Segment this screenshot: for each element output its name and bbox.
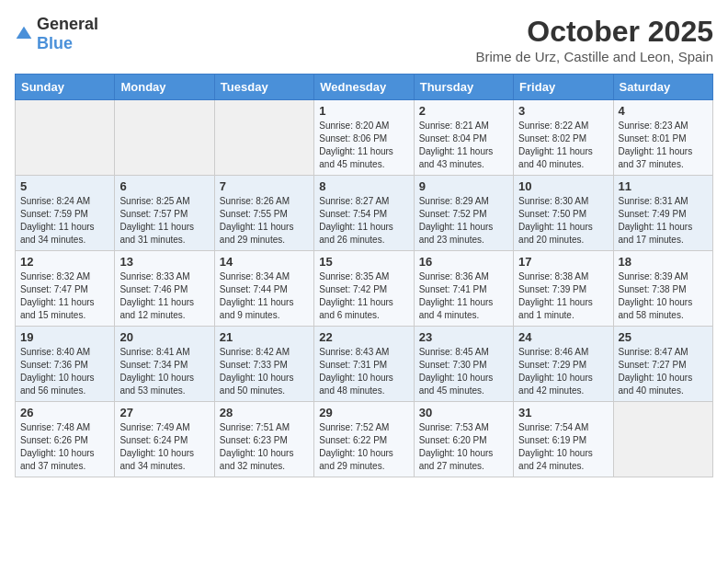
day-info: Sunrise: 8:21 AM Sunset: 8:04 PM Dayligh… <box>419 120 508 171</box>
day-info: Sunrise: 7:53 AM Sunset: 6:20 PM Dayligh… <box>419 421 508 473</box>
day-info: Sunrise: 7:49 AM Sunset: 6:24 PM Dayligh… <box>119 421 209 473</box>
weekday-header-friday: Friday <box>514 75 613 100</box>
day-info: Sunrise: 8:41 AM Sunset: 7:34 PM Dayligh… <box>119 346 209 397</box>
day-info: Sunrise: 8:40 AM Sunset: 7:36 PM Dayligh… <box>20 346 109 397</box>
calendar-week-2: 5Sunrise: 8:24 AM Sunset: 7:59 PM Daylig… <box>16 176 713 251</box>
calendar-table: SundayMondayTuesdayWednesdayThursdayFrid… <box>15 74 713 477</box>
day-number: 12 <box>20 255 109 269</box>
day-number: 5 <box>20 179 109 193</box>
calendar-week-3: 12Sunrise: 8:32 AM Sunset: 7:47 PM Dayli… <box>16 251 713 327</box>
weekday-header-tuesday: Tuesday <box>214 75 313 100</box>
calendar-cell: 4Sunrise: 8:23 AM Sunset: 8:01 PM Daylig… <box>613 100 712 176</box>
header: General Blue October 2025 Brime de Urz, … <box>15 15 713 64</box>
day-number: 13 <box>119 255 209 269</box>
day-number: 28 <box>220 406 309 419</box>
calendar-cell: 31Sunrise: 7:54 AM Sunset: 6:19 PM Dayli… <box>514 402 613 477</box>
day-info: Sunrise: 8:39 AM Sunset: 7:38 PM Dayligh… <box>619 270 708 322</box>
day-number: 21 <box>220 330 309 344</box>
day-number: 1 <box>319 104 408 118</box>
calendar-cell: 22Sunrise: 8:43 AM Sunset: 7:31 PM Dayli… <box>314 327 414 402</box>
calendar-cell: 25Sunrise: 8:47 AM Sunset: 7:27 PM Dayli… <box>613 327 712 402</box>
calendar-cell: 11Sunrise: 8:31 AM Sunset: 7:49 PM Dayli… <box>613 176 712 251</box>
day-info: Sunrise: 8:20 AM Sunset: 8:06 PM Dayligh… <box>319 120 408 171</box>
day-number: 22 <box>319 330 408 344</box>
calendar-cell: 24Sunrise: 8:46 AM Sunset: 7:29 PM Dayli… <box>514 327 613 402</box>
calendar-cell: 1Sunrise: 8:20 AM Sunset: 8:06 PM Daylig… <box>314 100 414 176</box>
day-info: Sunrise: 8:43 AM Sunset: 7:31 PM Dayligh… <box>319 346 408 397</box>
calendar-cell <box>214 100 313 176</box>
day-number: 3 <box>518 104 608 118</box>
calendar-cell: 23Sunrise: 8:45 AM Sunset: 7:30 PM Dayli… <box>414 327 513 402</box>
svg-marker-0 <box>17 27 32 39</box>
day-info: Sunrise: 7:48 AM Sunset: 6:26 PM Dayligh… <box>20 421 109 473</box>
day-number: 8 <box>319 179 408 193</box>
logo-blue: Blue <box>37 34 73 52</box>
day-number: 29 <box>319 406 408 419</box>
day-number: 19 <box>20 330 109 344</box>
day-number: 16 <box>419 255 508 269</box>
day-info: Sunrise: 8:30 AM Sunset: 7:50 PM Dayligh… <box>518 195 608 247</box>
day-info: Sunrise: 7:52 AM Sunset: 6:22 PM Dayligh… <box>319 421 408 473</box>
title-area: October 2025 Brime de Urz, Castille and … <box>476 15 713 64</box>
day-number: 24 <box>518 330 608 344</box>
day-number: 10 <box>518 179 608 193</box>
day-info: Sunrise: 8:22 AM Sunset: 8:02 PM Dayligh… <box>518 120 608 171</box>
calendar-cell <box>115 100 214 176</box>
calendar-title: October 2025 <box>476 15 713 49</box>
calendar-cell: 8Sunrise: 8:27 AM Sunset: 7:54 PM Daylig… <box>314 176 414 251</box>
calendar-week-4: 19Sunrise: 8:40 AM Sunset: 7:36 PM Dayli… <box>16 327 713 402</box>
weekday-header-row: SundayMondayTuesdayWednesdayThursdayFrid… <box>16 75 713 100</box>
day-info: Sunrise: 8:46 AM Sunset: 7:29 PM Dayligh… <box>518 346 608 397</box>
day-number: 15 <box>319 255 408 269</box>
calendar-cell: 17Sunrise: 8:38 AM Sunset: 7:39 PM Dayli… <box>514 251 613 327</box>
day-number: 6 <box>119 179 209 193</box>
day-number: 27 <box>119 406 209 419</box>
day-number: 30 <box>419 406 508 419</box>
calendar-cell: 28Sunrise: 7:51 AM Sunset: 6:23 PM Dayli… <box>214 402 313 477</box>
calendar-cell: 3Sunrise: 8:22 AM Sunset: 8:02 PM Daylig… <box>514 100 613 176</box>
calendar-cell: 12Sunrise: 8:32 AM Sunset: 7:47 PM Dayli… <box>16 251 115 327</box>
weekday-header-sunday: Sunday <box>16 75 115 100</box>
calendar-cell: 14Sunrise: 8:34 AM Sunset: 7:44 PM Dayli… <box>214 251 313 327</box>
calendar-cell: 18Sunrise: 8:39 AM Sunset: 7:38 PM Dayli… <box>613 251 712 327</box>
day-number: 7 <box>220 179 309 193</box>
calendar-week-5: 26Sunrise: 7:48 AM Sunset: 6:26 PM Dayli… <box>16 402 713 477</box>
day-info: Sunrise: 8:36 AM Sunset: 7:41 PM Dayligh… <box>419 270 508 322</box>
calendar-cell: 2Sunrise: 8:21 AM Sunset: 8:04 PM Daylig… <box>414 100 513 176</box>
day-info: Sunrise: 8:32 AM Sunset: 7:47 PM Dayligh… <box>20 270 109 322</box>
calendar-cell: 15Sunrise: 8:35 AM Sunset: 7:42 PM Dayli… <box>314 251 414 327</box>
day-number: 17 <box>518 255 608 269</box>
day-number: 26 <box>20 406 109 419</box>
day-info: Sunrise: 8:38 AM Sunset: 7:39 PM Dayligh… <box>518 270 608 322</box>
day-info: Sunrise: 8:31 AM Sunset: 7:49 PM Dayligh… <box>619 195 708 247</box>
day-info: Sunrise: 8:33 AM Sunset: 7:46 PM Dayligh… <box>119 270 209 322</box>
calendar-cell: 5Sunrise: 8:24 AM Sunset: 7:59 PM Daylig… <box>16 176 115 251</box>
day-info: Sunrise: 8:34 AM Sunset: 7:44 PM Dayligh… <box>220 270 309 322</box>
logo-icon <box>15 25 33 43</box>
day-info: Sunrise: 8:45 AM Sunset: 7:30 PM Dayligh… <box>419 346 508 397</box>
weekday-header-saturday: Saturday <box>613 75 712 100</box>
weekday-header-thursday: Thursday <box>414 75 513 100</box>
calendar-cell: 6Sunrise: 8:25 AM Sunset: 7:57 PM Daylig… <box>115 176 214 251</box>
day-number: 4 <box>619 104 708 118</box>
calendar-cell: 26Sunrise: 7:48 AM Sunset: 6:26 PM Dayli… <box>16 402 115 477</box>
calendar-cell: 27Sunrise: 7:49 AM Sunset: 6:24 PM Dayli… <box>115 402 214 477</box>
day-info: Sunrise: 8:47 AM Sunset: 7:27 PM Dayligh… <box>619 346 708 397</box>
day-number: 11 <box>619 179 708 193</box>
calendar-cell: 21Sunrise: 8:42 AM Sunset: 7:33 PM Dayli… <box>214 327 313 402</box>
calendar-cell: 19Sunrise: 8:40 AM Sunset: 7:36 PM Dayli… <box>16 327 115 402</box>
calendar-cell: 16Sunrise: 8:36 AM Sunset: 7:41 PM Dayli… <box>414 251 513 327</box>
calendar-cell: 20Sunrise: 8:41 AM Sunset: 7:34 PM Dayli… <box>115 327 214 402</box>
day-number: 14 <box>220 255 309 269</box>
calendar-cell: 29Sunrise: 7:52 AM Sunset: 6:22 PM Dayli… <box>314 402 414 477</box>
day-info: Sunrise: 8:27 AM Sunset: 7:54 PM Dayligh… <box>319 195 408 247</box>
day-number: 9 <box>419 179 508 193</box>
day-info: Sunrise: 8:29 AM Sunset: 7:52 PM Dayligh… <box>419 195 508 247</box>
day-info: Sunrise: 8:26 AM Sunset: 7:55 PM Dayligh… <box>220 195 309 247</box>
logo: General Blue <box>15 15 98 53</box>
calendar-week-1: 1Sunrise: 8:20 AM Sunset: 8:06 PM Daylig… <box>16 100 713 176</box>
calendar-cell: 9Sunrise: 8:29 AM Sunset: 7:52 PM Daylig… <box>414 176 513 251</box>
day-number: 25 <box>619 330 708 344</box>
day-info: Sunrise: 8:42 AM Sunset: 7:33 PM Dayligh… <box>220 346 309 397</box>
calendar-subtitle: Brime de Urz, Castille and Leon, Spain <box>476 49 713 64</box>
